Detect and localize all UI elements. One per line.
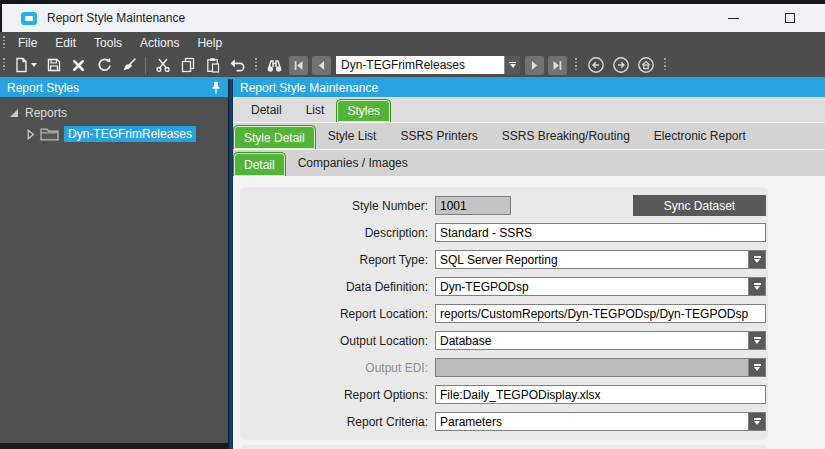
dropdown-bar-icon — [754, 364, 761, 366]
record-selector[interactable]: Dyn-TEGFrimReleases — [336, 56, 520, 74]
undo-icon — [230, 57, 246, 73]
output-location-label: Output Location: — [240, 334, 435, 348]
maximize-button[interactable] — [785, 13, 795, 23]
first-record-button[interactable] — [289, 56, 308, 75]
window-title: Report Style Maintenance — [47, 11, 185, 25]
previous-record-button[interactable] — [312, 56, 331, 75]
window-controls — [728, 13, 795, 23]
report-criteria-select[interactable]: Parameters — [435, 412, 766, 431]
pin-icon[interactable] — [211, 81, 221, 95]
copy-icon — [180, 57, 196, 73]
style-number-label: Style Number: — [240, 199, 435, 213]
dropdown-bar-icon — [754, 418, 761, 420]
description-label: Description: — [240, 226, 435, 240]
collapsed-arrow-icon[interactable] — [27, 129, 35, 140]
record-selector-value: Dyn-TEGFrimReleases — [336, 56, 504, 74]
undo-button[interactable] — [225, 54, 250, 76]
menu-actions[interactable]: Actions — [131, 34, 188, 52]
report-styles-header: Report Styles — [0, 79, 228, 97]
report-type-dropdown-button[interactable] — [748, 251, 765, 268]
data-definition-select[interactable]: Dyn-TEGPODsp — [435, 277, 766, 296]
tab-style-list[interactable]: Style List — [316, 123, 389, 149]
report-location-input[interactable] — [435, 304, 766, 323]
style-number-input[interactable] — [435, 196, 511, 215]
tab-detail-inner[interactable]: Detail — [233, 152, 286, 176]
menu-edit[interactable]: Edit — [46, 34, 85, 52]
refresh-icon — [96, 57, 112, 73]
next-record-icon — [527, 58, 542, 73]
dropdown-arrow-icon — [754, 367, 760, 371]
dropdown-arrow-icon — [754, 421, 760, 425]
form-row-report-options: Report Options: — [240, 381, 768, 408]
report-options-input[interactable] — [435, 385, 766, 404]
minimize-button[interactable] — [728, 18, 739, 19]
maximize-icon — [785, 13, 795, 23]
toolbar-grip[interactable] — [255, 58, 257, 72]
back-button[interactable] — [583, 54, 608, 76]
menubar-grip[interactable] — [3, 36, 5, 50]
copy-button[interactable] — [175, 54, 200, 76]
toolbar-grip[interactable] — [575, 58, 577, 72]
description-input[interactable] — [435, 223, 766, 242]
dropdown-arrow-icon — [754, 340, 760, 344]
tab-electronic-report[interactable]: Electronic Report — [642, 123, 758, 149]
maintenance-header: Report Style Maintenance — [233, 79, 825, 97]
new-button[interactable] — [9, 54, 41, 76]
form-row-output-location: Output Location: Database — [240, 327, 768, 354]
toolbar: Dyn-TEGFrimReleases — [0, 53, 825, 77]
output-edi-dropdown-button — [748, 359, 765, 376]
tab-list[interactable]: List — [294, 97, 337, 122]
toolbar-grip[interactable] — [3, 58, 5, 72]
report-styles-tree: Reports Dyn-TEGFrimReleases — [0, 97, 228, 142]
paste-button[interactable] — [200, 54, 225, 76]
tree-node-reports[interactable]: Reports — [10, 106, 228, 120]
menu-file[interactable]: File — [9, 34, 46, 52]
output-location-select[interactable]: Database — [435, 331, 766, 350]
next-record-button[interactable] — [525, 56, 544, 75]
refresh-button[interactable] — [91, 54, 116, 76]
form-row-data-definition: Data Definition: Dyn-TEGPODsp — [240, 273, 768, 300]
form-row-description: Description: — [240, 219, 768, 246]
forward-button[interactable] — [608, 54, 633, 76]
delete-button[interactable] — [66, 54, 91, 76]
tab-strip-level1: Detail List Styles — [233, 97, 825, 122]
style-detail-form: Style Number: Sync Dataset Description: … — [240, 187, 768, 440]
new-document-icon — [13, 57, 29, 73]
report-criteria-dropdown-button[interactable] — [748, 413, 765, 430]
dropdown-bar-icon — [509, 62, 516, 64]
clear-button[interactable] — [116, 54, 141, 76]
tab-ssrs-printers[interactable]: SSRS Printers — [388, 123, 489, 149]
delete-x-icon — [71, 58, 86, 73]
expanded-arrow-icon[interactable] — [10, 109, 18, 117]
dropdown-bar-icon — [754, 337, 761, 339]
form-row-output-edi: Output EDI: — [240, 354, 768, 381]
output-edi-select — [435, 358, 766, 377]
find-button[interactable] — [262, 54, 287, 76]
save-button[interactable] — [41, 54, 66, 76]
tab-companies-images[interactable]: Companies / Images — [286, 150, 420, 176]
tab-styles[interactable]: Styles — [336, 99, 391, 122]
sync-dataset-button[interactable]: Sync Dataset — [633, 195, 766, 216]
home-button[interactable] — [633, 54, 658, 76]
output-edi-value — [436, 359, 748, 376]
report-styles-title: Report Styles — [7, 81, 79, 95]
tab-detail[interactable]: Detail — [239, 97, 294, 122]
previous-record-icon — [314, 58, 329, 73]
menu-tools[interactable]: Tools — [85, 34, 131, 52]
dropdown-bar-icon — [754, 283, 761, 285]
tab-style-detail[interactable]: Style Detail — [233, 125, 316, 149]
data-definition-dropdown-button[interactable] — [748, 278, 765, 295]
toolbar-grip[interactable] — [664, 58, 666, 72]
broom-icon — [121, 57, 137, 73]
last-record-button[interactable] — [548, 56, 567, 75]
report-type-select[interactable]: SQL Server Reporting — [435, 250, 766, 269]
output-location-dropdown-button[interactable] — [748, 332, 765, 349]
tree-node-release[interactable]: Dyn-TEGFrimReleases — [27, 126, 228, 142]
report-options-label: Report Options: — [240, 388, 435, 402]
dropdown-arrow-icon — [510, 64, 516, 68]
cut-button[interactable] — [150, 54, 175, 76]
menu-help[interactable]: Help — [188, 34, 231, 52]
tab-ssrs-breaking-routing[interactable]: SSRS Breaking/Routing — [490, 123, 642, 149]
paste-icon — [205, 57, 221, 73]
record-selector-dropdown-button[interactable] — [504, 56, 520, 74]
